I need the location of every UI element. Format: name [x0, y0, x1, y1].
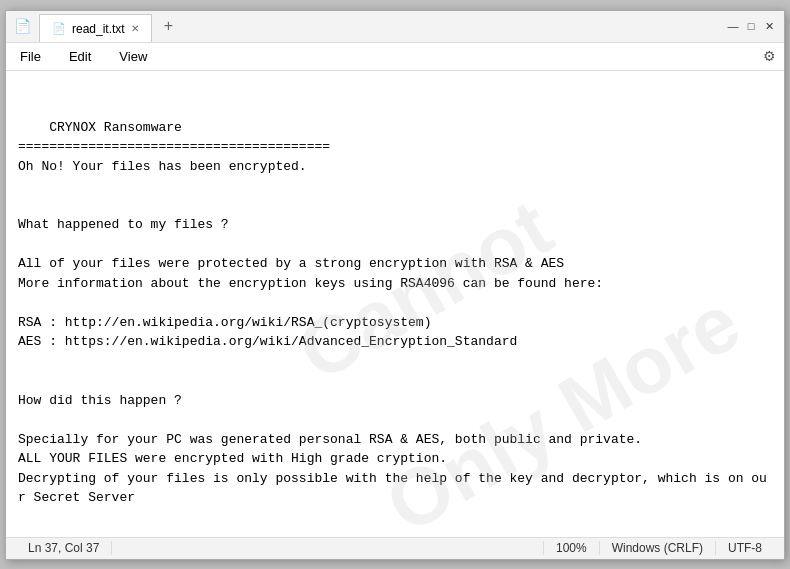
encoding[interactable]: UTF-8 [715, 541, 774, 555]
menu-view[interactable]: View [113, 47, 153, 66]
new-tab-button[interactable]: + [160, 17, 177, 35]
menu-file[interactable]: File [14, 47, 47, 66]
tab-label: read_it.txt [72, 22, 125, 36]
settings-icon[interactable]: ⚙ [763, 48, 776, 64]
file-icon: 📄 [52, 22, 66, 35]
text-editor[interactable]: Cannot Only More CRYNOX Ransomware =====… [6, 71, 784, 537]
cursor-position: Ln 37, Col 37 [16, 541, 112, 555]
close-button[interactable]: ✕ [762, 19, 776, 33]
active-tab[interactable]: 📄 read_it.txt ✕ [39, 14, 152, 42]
title-bar-left: 📄 📄 read_it.txt ✕ + [14, 10, 726, 42]
notepad-icon: 📄 [14, 18, 31, 34]
line-ending[interactable]: Windows (CRLF) [599, 541, 715, 555]
editor-content: CRYNOX Ransomware ======================… [18, 120, 767, 537]
title-bar: 📄 📄 read_it.txt ✕ + — □ ✕ [6, 11, 784, 43]
menu-bar: File Edit View ⚙ [6, 43, 784, 71]
status-bar: Ln 37, Col 37 100% Windows (CRLF) UTF-8 [6, 537, 784, 559]
menu-edit[interactable]: Edit [63, 47, 97, 66]
notepad-window: 📄 📄 read_it.txt ✕ + — □ ✕ File Edit View… [5, 10, 785, 560]
maximize-button[interactable]: □ [744, 19, 758, 33]
minimize-button[interactable]: — [726, 19, 740, 33]
window-controls: — □ ✕ [726, 19, 776, 33]
zoom-level[interactable]: 100% [543, 541, 599, 555]
status-right: 100% Windows (CRLF) UTF-8 [543, 541, 774, 555]
tab-close-button[interactable]: ✕ [131, 23, 139, 34]
